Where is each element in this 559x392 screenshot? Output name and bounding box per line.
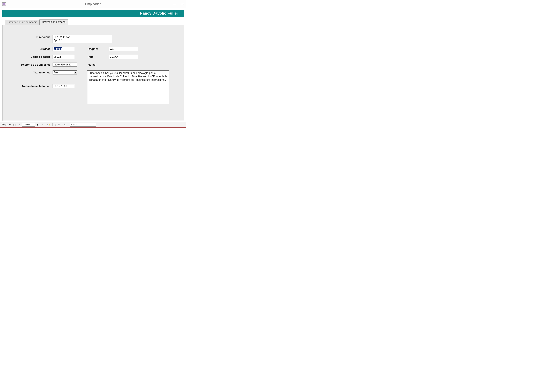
next-record-button[interactable]: ► <box>36 123 40 126</box>
funnel-icon <box>54 124 57 126</box>
separator <box>52 123 53 126</box>
tab-company-info[interactable]: Información de compañía <box>6 20 39 25</box>
last-record-button[interactable]: ►I <box>41 123 45 126</box>
home-phone-field[interactable] <box>53 63 77 67</box>
label-birth-date: Fecha de nacimiento: <box>8 84 50 88</box>
label-region: Región: <box>87 47 106 51</box>
label-city: Ciudad: <box>8 47 50 51</box>
chevron-down-icon[interactable]: ▼ <box>74 71 77 74</box>
tab-label: Información personal <box>42 20 66 23</box>
minimize-button[interactable]: — <box>173 2 176 6</box>
tab-strip: Información de compañía Información pers… <box>6 19 184 25</box>
label-notes: Notas: <box>87 63 106 66</box>
record-position-field[interactable] <box>22 123 35 127</box>
label-home-phone: Teléfono de domicilio: <box>8 63 50 66</box>
notes-field[interactable] <box>87 70 169 104</box>
tab-panel-personal: Dirección: Ciudad: Seattle Región: Códig… <box>2 25 184 121</box>
title-of-courtesy-field[interactable] <box>53 70 77 74</box>
postal-field[interactable] <box>53 55 75 59</box>
tab-label: Información de compañía <box>8 21 37 24</box>
filter-indicator[interactable]: Sin filtro <box>54 123 66 126</box>
first-record-button[interactable]: I◄ <box>12 123 17 126</box>
label-address: Dirección: <box>8 35 50 39</box>
search-field[interactable] <box>70 123 96 127</box>
svg-rect-0 <box>3 3 5 4</box>
title-bar: Empleados — ✕ <box>0 0 186 8</box>
form-content: Nancy Davolio Fuller Información de comp… <box>0 8 186 122</box>
record-navigation-bar: Registro: I◄ ◄ ► ►I ►✱ Sin filtro <box>0 122 186 127</box>
label-country: País: <box>87 55 106 58</box>
close-button[interactable]: ✕ <box>181 2 184 6</box>
tab-container: Información de compañía Información pers… <box>2 19 184 121</box>
label-postal: Código postal: <box>8 55 50 58</box>
title-of-courtesy-combo[interactable]: ▼ <box>53 70 77 74</box>
header-person-name: Nancy Davolio Fuller <box>140 11 178 15</box>
header-banner: Nancy Davolio Fuller <box>2 9 184 17</box>
birth-date-field[interactable] <box>53 84 75 88</box>
window-title: Empleados <box>0 2 186 6</box>
window-controls: — ✕ <box>173 2 184 6</box>
form-window: Empleados — ✕ Nancy Davolio Fuller Infor… <box>0 0 186 128</box>
city-field[interactable]: Seattle <box>53 47 75 51</box>
country-field[interactable] <box>109 55 138 59</box>
label-title-of-courtesy: Tratamiento: <box>8 70 50 74</box>
new-record-button[interactable]: ►✱ <box>46 123 51 126</box>
record-label: Registro: <box>1 123 11 126</box>
address-field[interactable] <box>53 35 112 43</box>
filter-label: Sin filtro <box>57 123 66 126</box>
tab-personal-info[interactable]: Información personal <box>39 19 68 25</box>
form-system-icon[interactable] <box>2 2 6 6</box>
region-field[interactable] <box>109 47 138 51</box>
prev-record-button[interactable]: ◄ <box>18 123 21 126</box>
